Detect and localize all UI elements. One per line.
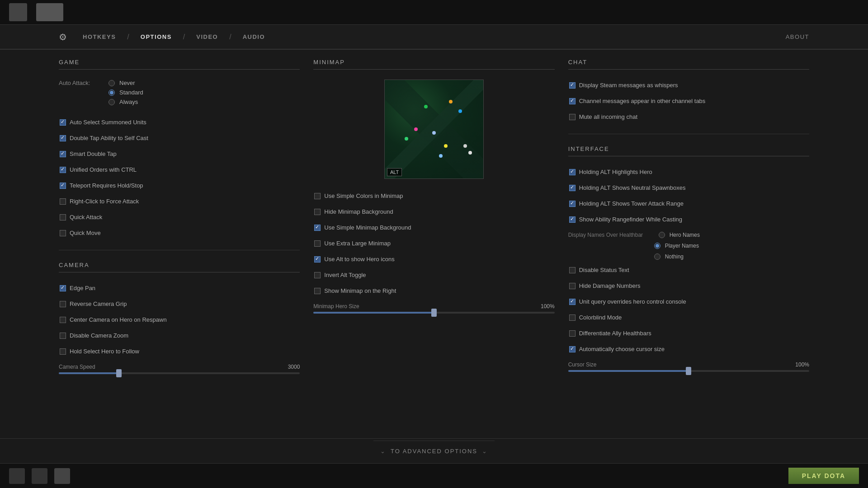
game-checkbox-1[interactable]: Double Tap Ability to Self Cast xyxy=(59,132,300,144)
colorblind-checkbox[interactable] xyxy=(569,314,576,321)
auto-select-checkbox[interactable] xyxy=(60,119,66,126)
chat-checkbox-1[interactable]: Channel messages appear in other channel… xyxy=(568,95,809,107)
alt-hero-icons-label: Use Alt to show Hero icons xyxy=(324,256,394,263)
differentiate-ally-checkbox[interactable] xyxy=(569,330,576,337)
play-dota-button[interactable]: PLAY DOTA xyxy=(788,468,859,484)
about-link[interactable]: ABOUT xyxy=(786,33,809,40)
cursor-size-fill xyxy=(568,370,689,372)
minimap-checkbox-6[interactable]: Show Minimap on the Right xyxy=(313,285,554,296)
invert-alt-checkbox[interactable] xyxy=(314,272,321,278)
center-camera-checkbox[interactable] xyxy=(60,317,66,323)
camera-speed-label: Camera Speed xyxy=(59,364,95,370)
minimap-checkbox-4[interactable]: Use Alt to show Hero icons xyxy=(313,253,554,265)
auto-cursor-checkbox[interactable] xyxy=(569,346,576,352)
tab-video[interactable]: VIDEO xyxy=(189,30,225,44)
minimap-right-checkbox[interactable] xyxy=(314,288,321,294)
unified-orders-checkbox[interactable] xyxy=(60,167,66,173)
minimap-checkbox-0[interactable]: Use Simple Colors in Minimap xyxy=(313,190,554,202)
camera-checkbox-1[interactable]: Reverse Camera Grip xyxy=(59,298,300,310)
camera-speed-thumb[interactable] xyxy=(116,369,122,377)
extra-large-checkbox[interactable] xyxy=(314,240,321,247)
minimap-alt-badge: ALT xyxy=(387,168,402,176)
cursor-size-track[interactable] xyxy=(568,370,809,372)
chat-checkbox-2[interactable]: Mute all incoming chat xyxy=(568,111,809,122)
game-checkbox-6[interactable]: Quick Attack xyxy=(59,211,300,223)
game-checkbox-0[interactable]: Auto Select Summoned Units xyxy=(59,117,300,128)
hold-select-label: Hold Select Hero to Follow xyxy=(70,348,139,355)
minimap-checkbox-1[interactable]: Hide Minimap Background xyxy=(313,206,554,217)
smart-double-tap-checkbox[interactable] xyxy=(60,151,66,157)
simple-minimap-bg-checkbox[interactable] xyxy=(314,225,321,231)
game-checkbox-3[interactable]: Unified Orders with CTRL xyxy=(59,164,300,175)
interface-checkbox2-1[interactable]: Hide Damage Numbers xyxy=(568,280,809,291)
hide-damage-checkbox[interactable] xyxy=(569,283,576,289)
camera-checkbox-2[interactable]: Center Camera on Hero on Respawn xyxy=(59,314,300,325)
interface-checkbox2-3[interactable]: Colorblind Mode xyxy=(568,312,809,323)
top-bar xyxy=(0,0,868,25)
hero-size-thumb[interactable] xyxy=(431,309,437,317)
alt-highlights-checkbox[interactable] xyxy=(569,169,576,175)
alt-tower-range-checkbox[interactable] xyxy=(569,201,576,207)
teleport-label: Teleport Requires Hold/Stop xyxy=(70,182,143,189)
interface-checkbox-3[interactable]: Show Ability Rangefinder While Casting xyxy=(568,214,809,225)
mute-chat-checkbox[interactable] xyxy=(569,114,576,120)
auto-attack-standard-radio[interactable] xyxy=(108,89,115,96)
player-names-radio[interactable] xyxy=(654,243,660,249)
disable-zoom-checkbox[interactable] xyxy=(60,333,66,339)
auto-attack-always-radio[interactable] xyxy=(108,99,115,105)
cursor-size-label: Cursor Size xyxy=(568,361,597,368)
auto-attack-never-radio[interactable] xyxy=(108,80,115,86)
chat-checkbox-0[interactable]: Display Steam messages as whispers xyxy=(568,80,809,91)
hero-names-radio[interactable] xyxy=(659,232,665,238)
camera-checkbox-3[interactable]: Disable Camera Zoom xyxy=(59,330,300,341)
alt-hero-icons-checkbox[interactable] xyxy=(314,256,321,263)
interface-checkbox2-5[interactable]: Automatically choose cursor size xyxy=(568,343,809,355)
disable-status-checkbox[interactable] xyxy=(569,267,576,273)
top-bar-left xyxy=(9,3,63,21)
interface-checkbox-1[interactable]: Holding ALT Shows Neutral Spawnboxes xyxy=(568,182,809,193)
minimap-checkbox-5[interactable]: Invert Alt Toggle xyxy=(313,269,554,281)
hold-select-checkbox[interactable] xyxy=(60,348,66,355)
quick-attack-checkbox[interactable] xyxy=(60,214,66,221)
game-checkbox-5[interactable]: Right-Click to Force Attack xyxy=(59,196,300,207)
nothing-names-radio[interactable] xyxy=(654,253,660,260)
tab-audio[interactable]: AUDIO xyxy=(236,30,272,44)
hide-background-checkbox[interactable] xyxy=(314,209,321,215)
channel-messages-checkbox[interactable] xyxy=(569,98,576,104)
right-click-checkbox[interactable] xyxy=(60,198,66,205)
interface-checkbox2-2[interactable]: Unit query overrides hero control consol… xyxy=(568,296,809,307)
camera-checkbox-0[interactable]: Edge Pan xyxy=(59,282,300,294)
minimap-checkbox-3[interactable]: Use Extra Large Minimap xyxy=(313,238,554,249)
teleport-checkbox[interactable] xyxy=(60,183,66,189)
advanced-options-label: TO ADVANCED OPTIONS xyxy=(391,448,477,455)
game-checkbox-7[interactable]: Quick Move xyxy=(59,227,300,239)
interface-checkbox2-0[interactable]: Disable Status Text xyxy=(568,264,809,276)
unit-query-checkbox[interactable] xyxy=(569,299,576,305)
reverse-camera-checkbox[interactable] xyxy=(60,301,66,307)
auto-attack-never-label: Never xyxy=(119,80,135,86)
hero-size-track[interactable] xyxy=(313,312,554,314)
edge-pan-checkbox[interactable] xyxy=(60,285,66,291)
rangefinder-checkbox[interactable] xyxy=(569,216,576,223)
separator: / xyxy=(229,33,231,41)
tab-hotkeys[interactable]: HOTKEYS xyxy=(76,30,123,44)
alt-spawnboxes-checkbox[interactable] xyxy=(569,185,576,191)
simple-colors-checkbox[interactable] xyxy=(314,193,321,199)
cursor-size-thumb[interactable] xyxy=(686,367,691,375)
interface-checkbox-2[interactable]: Holding ALT Shows Tower Attack Range xyxy=(568,198,809,209)
interface-checkbox-0[interactable]: Holding ALT Highlights Hero xyxy=(568,166,809,178)
steam-whispers-label: Display Steam messages as whispers xyxy=(579,82,678,89)
double-tap-checkbox[interactable] xyxy=(60,135,66,141)
camera-speed-fill xyxy=(59,372,119,374)
tab-options[interactable]: OPTIONS xyxy=(134,30,179,44)
steam-whispers-checkbox[interactable] xyxy=(569,82,576,89)
game-checkbox-2[interactable]: Smart Double Tap xyxy=(59,148,300,160)
interface-checkbox2-4[interactable]: Differentiate Ally Healthbars xyxy=(568,328,809,339)
minimap-checkbox-2[interactable]: Use Simple Minimap Background xyxy=(313,222,554,233)
camera-speed-track[interactable] xyxy=(59,372,300,374)
advanced-options-link[interactable]: ⌄ TO ADVANCED OPTIONS ⌄ xyxy=(373,441,495,461)
auto-attack-standard-row: Standard xyxy=(108,89,300,96)
game-checkbox-4[interactable]: Teleport Requires Hold/Stop xyxy=(59,180,300,191)
quick-move-checkbox[interactable] xyxy=(60,230,66,236)
camera-checkbox-4[interactable]: Hold Select Hero to Follow xyxy=(59,346,300,357)
